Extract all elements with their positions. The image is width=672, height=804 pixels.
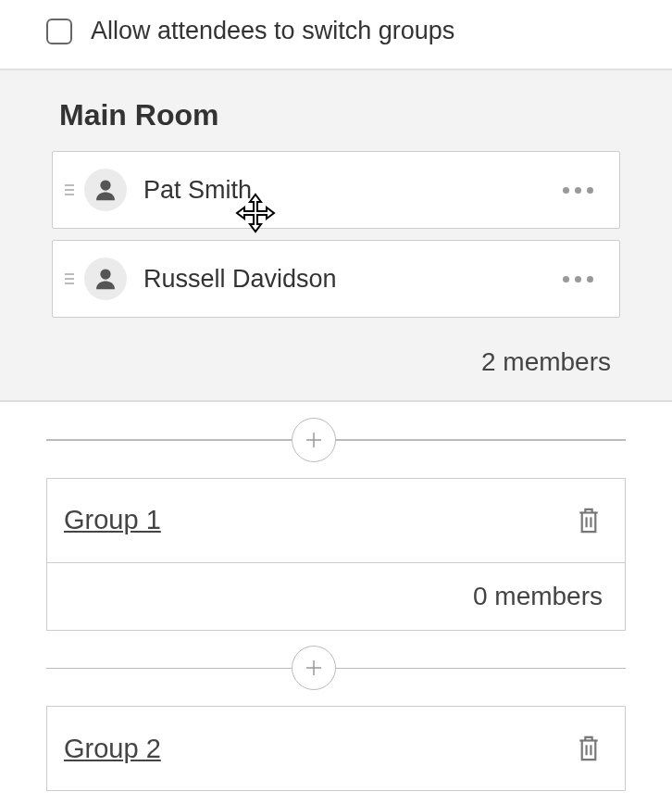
avatar [84, 258, 127, 300]
plus-icon [303, 657, 325, 679]
trash-icon [575, 733, 603, 764]
add-group-button[interactable] [292, 418, 336, 462]
group-container: Group 2 [46, 706, 626, 791]
more-options-button[interactable] [555, 269, 601, 290]
main-room-member-count: 2 members [0, 329, 672, 382]
group-member-count: 0 members [47, 563, 625, 630]
attendee-name: Pat Smith [143, 176, 555, 205]
group-header: Group 1 [47, 479, 625, 563]
allow-switch-checkbox[interactable] [46, 19, 72, 44]
group-divider [0, 402, 672, 478]
group-divider [0, 631, 672, 707]
add-group-button[interactable] [292, 646, 336, 690]
attendee-list: Pat Smith Russell Davidson [0, 151, 672, 318]
attendee-name: Russell Davidson [143, 265, 555, 294]
person-icon [92, 176, 119, 204]
svg-point-0 [100, 180, 110, 190]
attendee-card[interactable]: Russell Davidson [52, 240, 620, 318]
group-container: Group 1 0 members [46, 478, 626, 631]
drag-handle-icon[interactable] [64, 273, 75, 284]
group-name-link[interactable]: Group 2 [64, 734, 161, 764]
divider-line [336, 439, 626, 441]
main-room-section: Main Room Pat Smith [0, 70, 672, 402]
allow-switch-row: Allow attendees to switch groups [0, 0, 672, 70]
main-room-title: Main Room [0, 89, 672, 151]
avatar [84, 169, 127, 211]
groups-section: Group 1 0 members [0, 402, 672, 791]
delete-group-button[interactable] [575, 505, 603, 536]
drag-handle-icon[interactable] [64, 184, 75, 195]
group-header: Group 2 [47, 707, 625, 790]
divider-line [336, 668, 626, 670]
more-options-button[interactable] [555, 180, 601, 201]
allow-switch-label: Allow attendees to switch groups [91, 17, 454, 45]
attendee-card[interactable]: Pat Smith [52, 151, 620, 229]
plus-icon [303, 429, 325, 451]
svg-point-1 [100, 269, 110, 279]
trash-icon [575, 505, 603, 536]
person-icon [92, 265, 119, 293]
delete-group-button[interactable] [575, 733, 603, 764]
group-name-link[interactable]: Group 1 [64, 505, 161, 535]
